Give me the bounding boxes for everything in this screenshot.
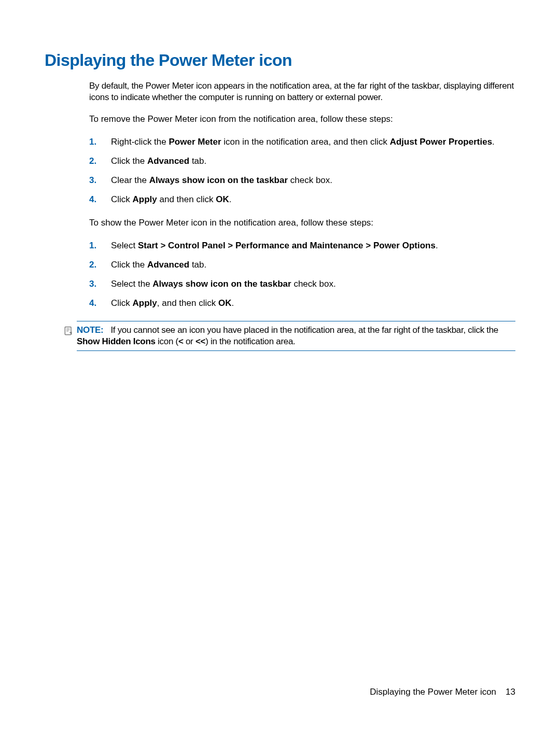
page-footer: Displaying the Power Meter icon 13	[370, 687, 515, 697]
list-item: Click Apply, and then click OK.	[89, 298, 515, 310]
footer-page-number: 13	[506, 687, 515, 697]
note-text: NOTE:If you cannot see an icon you have …	[77, 325, 515, 347]
note-label: NOTE:	[77, 325, 103, 335]
svg-rect-0	[65, 327, 71, 334]
list-item: Clear the Always show icon on the taskba…	[89, 175, 515, 187]
remove-steps-list: Right-click the Power Meter icon in the …	[89, 136, 515, 206]
show-lead: To show the Power Meter icon in the noti…	[89, 217, 515, 229]
list-item: Click Apply and then click OK.	[89, 194, 515, 206]
list-item: Select Start > Control Panel > Performan…	[89, 240, 515, 252]
list-item: Click the Advanced tab.	[89, 156, 515, 167]
intro-paragraph: By default, the Power Meter icon appears…	[89, 80, 515, 103]
note-box: NOTE:If you cannot see an icon you have …	[77, 321, 515, 351]
list-item: Select the Always show icon on the taskb…	[89, 278, 515, 290]
footer-section-title: Displaying the Power Meter icon	[370, 687, 496, 697]
note-icon	[63, 326, 77, 338]
list-item: Click the Advanced tab.	[89, 259, 515, 271]
show-steps-list: Select Start > Control Panel > Performan…	[89, 240, 515, 310]
remove-lead: To remove the Power Meter icon from the …	[89, 114, 515, 125]
list-item: Right-click the Power Meter icon in the …	[89, 136, 515, 148]
page-heading: Displaying the Power Meter icon	[45, 51, 515, 70]
